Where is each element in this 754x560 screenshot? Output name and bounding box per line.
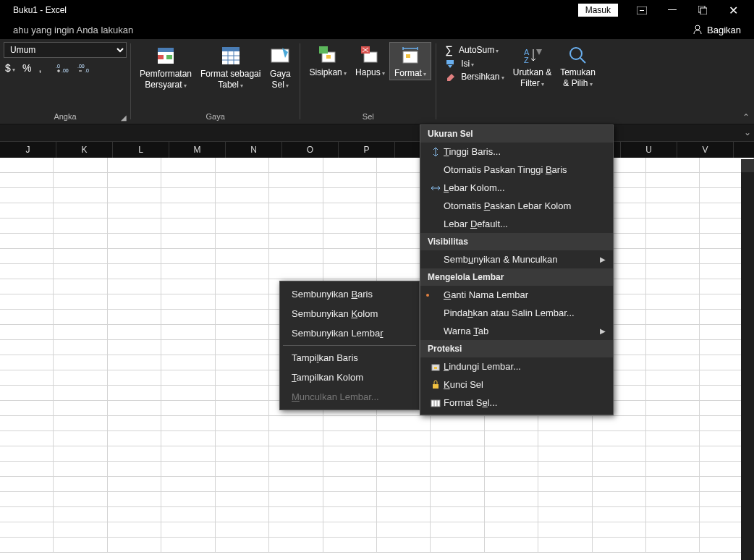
cell[interactable] xyxy=(377,416,431,430)
accounting-format-button[interactable]: $ xyxy=(5,62,15,74)
cell[interactable] xyxy=(108,249,161,263)
cell[interactable] xyxy=(269,538,323,552)
cell[interactable] xyxy=(108,234,161,248)
cell[interactable] xyxy=(216,446,269,461)
percent-format-button[interactable]: % xyxy=(22,62,31,74)
cell[interactable] xyxy=(216,219,269,233)
cell[interactable] xyxy=(216,522,269,537)
fill-button[interactable]: Isi xyxy=(445,59,504,69)
cell[interactable] xyxy=(0,522,54,537)
grid-row[interactable] xyxy=(0,538,754,553)
cell[interactable] xyxy=(593,416,646,430)
cell[interactable] xyxy=(485,477,538,491)
cell[interactable] xyxy=(216,173,269,187)
unhide-rows-item[interactable]: Tampilkan Baris xyxy=(280,348,419,368)
cell[interactable] xyxy=(485,522,538,537)
cell[interactable] xyxy=(108,522,161,537)
format-cells-item[interactable]: Format Sel... xyxy=(420,394,613,412)
scroll-up-icon[interactable] xyxy=(741,159,754,172)
cell[interactable] xyxy=(269,477,323,491)
cell[interactable] xyxy=(108,294,161,309)
cell[interactable] xyxy=(54,294,107,309)
cell[interactable] xyxy=(0,310,54,324)
cell[interactable] xyxy=(431,538,484,552)
lock-cell-item[interactable]: Kunci Sel xyxy=(420,376,613,394)
grid-row[interactable] xyxy=(0,249,754,264)
cell[interactable] xyxy=(269,249,323,263)
decrease-decimal-icon[interactable]: .00.0 xyxy=(77,62,92,74)
cell[interactable] xyxy=(161,234,215,248)
cell[interactable] xyxy=(646,507,700,522)
find-select-button[interactable]: Temukan & Pilih xyxy=(556,42,600,90)
col-header[interactable]: O xyxy=(282,142,339,158)
cell[interactable] xyxy=(485,446,538,461)
cell[interactable] xyxy=(54,370,107,385)
cell[interactable] xyxy=(269,462,323,476)
cell[interactable] xyxy=(216,370,269,385)
cell[interactable] xyxy=(646,158,700,172)
cell[interactable] xyxy=(0,158,54,172)
cell[interactable] xyxy=(485,538,538,552)
cell[interactable] xyxy=(161,340,215,355)
rename-sheet-item[interactable]: Ganti Nama Lembar xyxy=(420,286,613,304)
cell[interactable] xyxy=(646,401,700,415)
cell[interactable] xyxy=(538,446,592,461)
cell[interactable] xyxy=(54,264,107,279)
cell[interactable] xyxy=(431,446,484,461)
cell[interactable] xyxy=(216,294,269,309)
cell[interactable] xyxy=(269,234,323,248)
cell[interactable] xyxy=(108,203,161,218)
grid-row[interactable] xyxy=(0,492,754,507)
cell[interactable] xyxy=(646,173,700,187)
cell[interactable] xyxy=(161,522,215,537)
minimize-button[interactable] xyxy=(657,0,687,20)
cell[interactable] xyxy=(593,538,646,552)
cell[interactable] xyxy=(54,386,107,400)
cell[interactable] xyxy=(269,219,323,233)
cell[interactable] xyxy=(646,203,700,218)
cell[interactable] xyxy=(646,219,700,233)
tab-color-item[interactable]: Warna Tab ▶ xyxy=(420,322,613,340)
cell[interactable] xyxy=(646,462,700,476)
cell[interactable] xyxy=(216,538,269,552)
cell[interactable] xyxy=(108,507,161,522)
cell[interactable] xyxy=(538,431,592,446)
cell[interactable] xyxy=(646,249,700,263)
col-header[interactable]: V xyxy=(677,142,734,158)
cell[interactable] xyxy=(161,264,215,279)
cell[interactable] xyxy=(161,188,215,203)
cell[interactable] xyxy=(216,401,269,415)
cell[interactable] xyxy=(54,249,107,263)
cell[interactable] xyxy=(377,507,431,522)
cell[interactable] xyxy=(269,264,323,279)
tell-me-bar[interactable]: ahu yang ingin Anda lakukan Bagikan xyxy=(0,20,754,39)
conditional-formatting-button[interactable]: Pemformatan Bersyarat xyxy=(135,42,196,91)
cell[interactable] xyxy=(54,431,107,446)
autofit-column-item[interactable]: Otomatis Paskan Lebar Kolom xyxy=(420,197,613,215)
cell[interactable] xyxy=(54,203,107,218)
cell[interactable] xyxy=(646,340,700,355)
cell[interactable] xyxy=(161,325,215,339)
cell[interactable] xyxy=(646,370,700,385)
cell[interactable] xyxy=(216,249,269,263)
cell[interactable] xyxy=(54,507,107,522)
cell[interactable] xyxy=(161,507,215,522)
cell[interactable] xyxy=(0,340,54,355)
cell[interactable] xyxy=(593,431,646,446)
comma-format-button[interactable]: , xyxy=(38,62,41,74)
cell[interactable] xyxy=(54,416,107,430)
col-header[interactable]: U xyxy=(621,142,677,158)
cell[interactable] xyxy=(538,416,592,430)
cell[interactable] xyxy=(538,522,592,537)
cell[interactable] xyxy=(538,538,592,552)
cell[interactable] xyxy=(216,416,269,430)
cell[interactable] xyxy=(54,279,107,294)
cell[interactable] xyxy=(323,219,377,233)
cell[interactable] xyxy=(646,310,700,324)
cell[interactable] xyxy=(161,355,215,370)
cell[interactable] xyxy=(54,219,107,233)
cell[interactable] xyxy=(377,538,431,552)
cell[interactable] xyxy=(216,188,269,203)
cell[interactable] xyxy=(54,522,107,537)
grid-row[interactable] xyxy=(0,416,754,431)
